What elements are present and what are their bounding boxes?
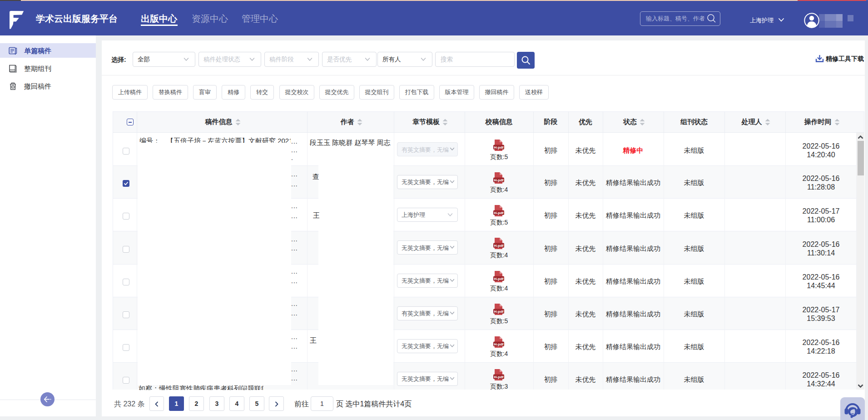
svg-text:H-pdf: H-pdf bbox=[494, 276, 504, 280]
svg-text:H-pdf: H-pdf bbox=[494, 342, 504, 346]
svg-text:H-pdf: H-pdf bbox=[494, 210, 504, 215]
svg-text:H-pdf: H-pdf bbox=[494, 244, 504, 248]
svg-text:H-pdf: H-pdf bbox=[494, 178, 504, 182]
svg-text:H-pdf: H-pdf bbox=[494, 309, 504, 313]
svg-text:H-pdf: H-pdf bbox=[494, 145, 504, 150]
svg-text:H-pdf: H-pdf bbox=[494, 375, 504, 379]
